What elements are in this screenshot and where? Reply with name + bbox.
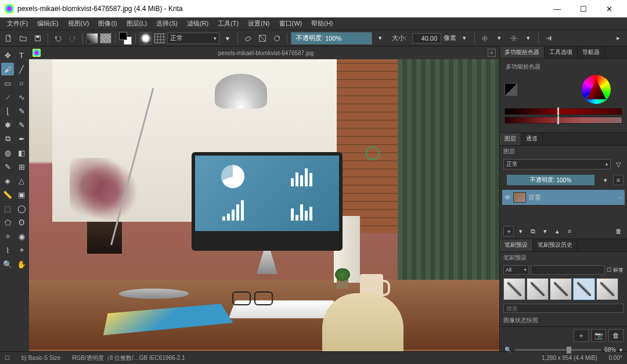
snapshot-delete-button[interactable]: 🗑 [608,329,624,342]
color-swatch[interactable] [119,32,132,45]
measure-tool[interactable]: 📏 [1,188,14,201]
duplicate-layer-button[interactable]: ⧉ [528,226,538,236]
menu-layer[interactable]: 图层(L) [122,18,152,29]
minimize-button[interactable]: — [544,0,570,17]
tool-options-tab[interactable]: 工具选项 [545,46,578,58]
brush-tool[interactable]: 🖌 [1,63,14,75]
panel-resize-handle[interactable]: ┄┄┄ [502,125,625,130]
color-picker-tool[interactable]: ✎ [1,160,14,173]
layer-down-button[interactable]: ▾ [540,226,550,236]
polygon-select-tool[interactable]: ⬠ [1,216,14,229]
layer-up-button[interactable]: ▴ [552,226,563,236]
menu-file[interactable]: 文件(F) [2,18,33,29]
opacity-dropdown[interactable]: ▾ [374,32,387,45]
close-document-button[interactable]: × [488,49,496,57]
open-file-button[interactable] [17,32,30,45]
brush-preset-4[interactable] [573,278,595,300]
blend-fav-button[interactable]: ♥ [221,32,234,45]
menu-view[interactable]: 视图(V) [63,18,94,29]
zoom-dropdown[interactable]: ▾ [619,347,622,353]
layer-filter-button[interactable]: ▽ [613,159,624,170]
transform-tool[interactable]: T [15,49,28,62]
brush-preset-3[interactable] [550,278,572,300]
bezier-tool[interactable]: ∿ [15,91,28,103]
move-tool[interactable]: ✥ [1,49,14,62]
add-layer-button[interactable]: ＋ [503,226,514,236]
size-dropdown[interactable]: ▾ [458,32,471,45]
pan-tool[interactable]: ✋ [15,258,28,271]
mirror-h-drop[interactable]: ▾ [493,32,506,45]
polyline-tool[interactable]: ⟋ [1,91,14,103]
color-picker-tab[interactable]: 多功能拾色器 [500,46,545,58]
layer-visibility-icon[interactable]: 👁 [505,194,511,201]
edit-shapes-tool[interactable]: ✎ [15,118,28,131]
color-wheel[interactable] [582,75,611,104]
brush-presets-button[interactable] [154,33,165,44]
multibrush-tool[interactable]: ✱ [1,118,14,131]
gradient-swatch[interactable] [87,33,98,44]
contiguous-select-tool[interactable]: ✧ [1,230,14,243]
zoom-tool[interactable]: 🔍 [1,258,14,271]
layer-opacity-slider[interactable]: 不透明度: 100% [507,175,594,185]
layer-blend-combo[interactable]: 正常 [503,159,611,170]
canvas[interactable] [29,59,499,351]
maximize-button[interactable]: ☐ [570,0,596,17]
layer-item-background[interactable]: 👁 背景 ▫▫ [502,190,625,205]
line-tool[interactable]: ╱ [15,63,28,75]
menu-select[interactable]: 选择(S) [152,18,182,29]
color-preview[interactable] [505,83,517,96]
menu-help[interactable]: 帮助(H) [307,18,337,29]
channels-tab[interactable]: 通道 [521,133,543,145]
brush-size-input[interactable]: 40.00 [412,33,441,44]
layers-tab[interactable]: 图层 [500,133,521,145]
menu-settings[interactable]: 设置(N) [243,18,274,29]
snapshot-camera-button[interactable]: 📷 [591,329,606,342]
ellipse-select-tool[interactable]: ◯ [15,202,28,215]
similar-select-tool[interactable]: ◉ [15,230,28,243]
status-checkbox[interactable]: ☐ [5,355,10,361]
wrap-mode-button[interactable] [542,32,555,45]
layer-settings-button[interactable]: ≡ [613,175,624,185]
redo-button[interactable] [66,32,79,45]
alpha-lock-button[interactable] [256,32,269,45]
save-button[interactable] [31,32,44,45]
add-layer-drop[interactable]: ▾ [516,226,526,236]
rect-select-tool[interactable]: ⬚ [1,202,14,215]
layer-opacity-drop[interactable]: ▾ [600,175,611,185]
shade-bar-1[interactable] [505,108,622,115]
gradient-tool[interactable]: ◧ [15,146,28,159]
snapshot-add-button[interactable]: ＋ [574,329,589,342]
new-file-button[interactable] [2,32,15,45]
smart-patch-tool[interactable]: ◈ [1,174,14,187]
navigator-tab[interactable]: 导航器 [578,46,605,58]
calligraphy-tool[interactable]: ✒ [15,132,28,145]
assistant-tool[interactable]: △ [15,174,28,187]
shade-bar-2[interactable] [505,117,622,124]
undo-button[interactable] [52,32,64,45]
mirror-h-button[interactable] [478,32,491,45]
layer-properties-button[interactable]: ≡ [564,226,575,236]
bezier-select-tool[interactable]: ⌇ [1,244,14,257]
document-tab[interactable]: pexels-mikael-blomkvist-6476587.jpg × [29,46,499,59]
menu-filter[interactable]: 滤镜(R) [182,18,213,29]
brush-tag-input[interactable] [531,265,605,275]
freehand-select-tool[interactable]: ʘ [15,216,28,229]
crop-tool[interactable]: ⧉ [1,132,14,145]
menu-tools[interactable]: 工具(T) [213,18,243,29]
magnetic-select-tool[interactable]: ⌖ [15,244,28,257]
menu-image[interactable]: 图像(I) [93,18,121,29]
menu-window[interactable]: 窗口(W) [275,18,307,29]
reload-preset-button[interactable] [271,32,283,45]
brush-tag-filter[interactable]: All [503,265,529,275]
fill-tool[interactable]: ◍ [1,146,14,159]
brush-preview-button[interactable] [139,32,152,45]
eraser-mode-button[interactable] [242,32,254,45]
dynamic-brush-tool[interactable]: ✎ [15,104,28,117]
brush-presets-tab[interactable]: 笔刷预设 [500,239,533,251]
zoom-slider[interactable] [515,349,601,351]
mirror-v-button[interactable] [507,32,520,45]
blend-mode-combo[interactable]: 正常 [167,33,219,44]
close-button[interactable]: ✕ [596,0,622,17]
ellipse-tool[interactable]: ○ [15,77,28,89]
brush-preset-1[interactable] [503,278,525,300]
